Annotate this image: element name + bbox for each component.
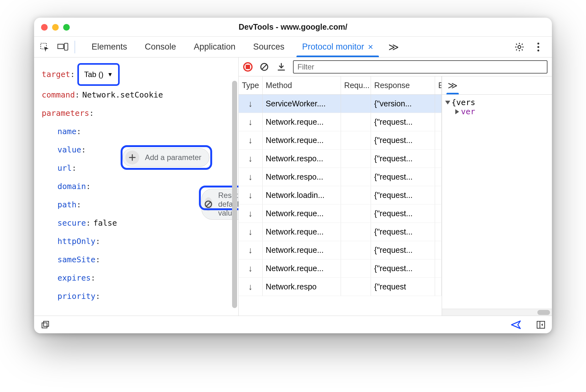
target-select[interactable]: Tab () ▼ xyxy=(77,63,119,86)
editor-scrollbar[interactable] xyxy=(232,81,237,308)
command-value[interactable]: Network.setCookie xyxy=(82,86,163,104)
table-row[interactable]: ↓ Network.respo... {"request... xyxy=(239,150,442,168)
close-window-button[interactable] xyxy=(41,24,48,31)
tab-elements[interactable]: Elements xyxy=(84,37,135,57)
svg-point-3 xyxy=(518,45,521,48)
tree-root[interactable]: {vers xyxy=(446,98,548,107)
tab-console[interactable]: Console xyxy=(137,37,184,57)
table-row[interactable]: ↓ Network.respo... {"request... xyxy=(239,168,442,186)
more-tabs-icon[interactable]: ≫ xyxy=(383,41,404,53)
param-priority[interactable]: priority : xyxy=(42,287,231,306)
svg-point-5 xyxy=(537,46,539,48)
table-row[interactable]: ↓ Network.reque... {"request... xyxy=(239,241,442,259)
kebab-menu-icon[interactable] xyxy=(533,42,544,52)
arrow-down-icon: ↓ xyxy=(248,154,253,164)
devtools-window: DevTools - www.google.com/ Elements Cons… xyxy=(34,18,552,333)
copy-icon[interactable] xyxy=(40,319,51,330)
param-domain[interactable]: domain : xyxy=(42,177,231,196)
window-title: DevTools - www.google.com/ xyxy=(34,22,552,32)
table-row[interactable]: ↓ Network.reque... {"request... xyxy=(239,223,442,241)
param-sameSite[interactable]: sameSite : xyxy=(42,251,231,269)
svg-rect-11 xyxy=(42,323,47,328)
message-inspector: ≫ {vers ver xyxy=(442,76,552,316)
clear-icon[interactable] xyxy=(259,62,270,72)
inspector-more-tabs[interactable]: ≫ xyxy=(446,76,459,94)
chevron-down-icon: ▼ xyxy=(107,65,113,84)
arrow-down-icon: ↓ xyxy=(248,190,253,200)
inspector-hscrollbar[interactable] xyxy=(442,309,552,316)
messages-table: Type Method Requ... Response El.▴▾ ↓ Ser… xyxy=(239,76,442,316)
download-icon[interactable] xyxy=(276,62,287,72)
parameters-label: parameters xyxy=(42,104,89,122)
table-row[interactable]: ↓ Network.respo {"request xyxy=(239,278,442,296)
titlebar: DevTools - www.google.com/ xyxy=(34,18,552,37)
send-button[interactable] xyxy=(511,319,522,330)
svg-point-6 xyxy=(537,50,539,51)
inspect-element-icon[interactable] xyxy=(39,42,50,52)
gear-icon[interactable] xyxy=(514,42,525,52)
plus-icon xyxy=(129,154,136,161)
param-expires[interactable]: expires : xyxy=(42,269,231,287)
bottom-toolbar xyxy=(34,316,552,333)
prohibit-icon xyxy=(204,200,212,208)
filter-input[interactable] xyxy=(293,60,547,74)
close-tab-icon[interactable]: × xyxy=(368,42,373,52)
svg-rect-13 xyxy=(537,321,545,328)
tab-application[interactable]: Application xyxy=(186,37,243,57)
svg-rect-12 xyxy=(44,321,49,326)
table-row[interactable]: ↓ Network.reque... {"request... xyxy=(239,131,442,150)
arrow-down-icon: ↓ xyxy=(248,99,253,109)
table-row[interactable]: ↓ Network.reque... {"request... xyxy=(239,113,442,131)
table-row[interactable]: ↓ Network.loadin... {"request... xyxy=(239,186,442,205)
arrow-down-icon: ↓ xyxy=(248,135,253,146)
col-method[interactable]: Method xyxy=(263,76,341,94)
zoom-window-button[interactable] xyxy=(63,24,70,31)
svg-line-8 xyxy=(206,202,211,206)
col-type[interactable]: Type xyxy=(239,76,263,94)
minimize-window-button[interactable] xyxy=(52,24,59,31)
col-response[interactable]: Response xyxy=(371,76,435,94)
command-editor-panel: target: Tab () ▼ command: Network.setCoo… xyxy=(34,57,239,316)
table-row[interactable]: ↓ Network.reque... {"request... xyxy=(239,259,442,278)
add-parameter-button[interactable]: Add a parameter xyxy=(123,148,209,167)
param-name[interactable]: name : xyxy=(42,122,231,141)
svg-rect-1 xyxy=(58,44,63,49)
disclosure-triangle-icon[interactable] xyxy=(445,101,450,104)
param-httpOnly[interactable]: httpOnly : xyxy=(42,232,231,251)
protocol-toolbar xyxy=(239,57,552,76)
param-secure[interactable]: secure : false xyxy=(42,214,231,232)
tree-child[interactable]: ver xyxy=(446,107,548,116)
toggle-sidebar-icon[interactable] xyxy=(535,319,546,330)
arrow-down-icon: ↓ xyxy=(248,117,253,127)
device-toolbar-icon[interactable] xyxy=(57,42,68,52)
table-row[interactable]: ↓ Network.reque... {"request... xyxy=(239,205,442,223)
svg-point-4 xyxy=(537,43,539,45)
disclosure-triangle-icon[interactable] xyxy=(455,109,459,114)
target-label: target xyxy=(42,65,70,84)
arrow-down-icon: ↓ xyxy=(248,264,253,274)
col-request[interactable]: Requ... xyxy=(341,76,371,94)
svg-line-10 xyxy=(262,65,266,69)
record-button[interactable] xyxy=(243,62,253,72)
arrow-down-icon: ↓ xyxy=(248,245,253,255)
arrow-down-icon: ↓ xyxy=(248,227,253,237)
svg-rect-2 xyxy=(64,43,68,50)
table-row[interactable]: ↓ ServiceWorker.... {"version... xyxy=(239,95,442,113)
tab-protocol-monitor[interactable]: Protocol monitor × xyxy=(295,37,381,57)
col-elapsed[interactable]: El.▴▾ xyxy=(435,76,442,94)
tab-sources[interactable]: Sources xyxy=(246,37,292,57)
arrow-down-icon: ↓ xyxy=(248,282,253,292)
main-tabs: Elements Console Application Sources Pro… xyxy=(34,37,552,57)
arrow-down-icon: ↓ xyxy=(248,172,253,182)
command-label: command xyxy=(42,86,75,104)
arrow-down-icon: ↓ xyxy=(248,209,253,219)
